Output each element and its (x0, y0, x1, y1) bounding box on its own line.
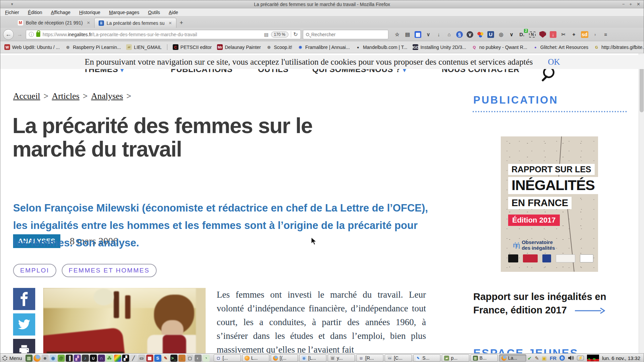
taskbar-menu-button[interactable]: Menu (2, 355, 22, 361)
tag-pill[interactable]: EMPLOI (13, 264, 56, 277)
launcher-spiral-icon[interactable]: @ (58, 355, 65, 362)
home-icon[interactable]: ⌂ (446, 31, 452, 38)
launcher-clock-icon[interactable]: ◔ (203, 355, 210, 362)
bookmark-mandelbulb[interactable]: ● Mandelbulb.com | T... (355, 44, 408, 50)
bookmark-webupd8[interactable]: W Web Upd8: Ubuntu / ... (4, 44, 60, 50)
bookmark-qwant[interactable]: Q no pubkey - Qwant R... (472, 44, 527, 50)
forward-button[interactable]: → (16, 32, 24, 38)
shield-u-icon[interactable]: U (487, 31, 494, 38)
launcher-tools-icon[interactable]: ╱ (130, 355, 137, 362)
breadcrumb-home[interactable]: Accueil (13, 91, 40, 101)
menu-item[interactable]: Fichier (5, 10, 19, 15)
launcher-package-icon[interactable]: ↓ (178, 355, 185, 362)
launcher-video-icon[interactable]: ▐ (66, 355, 73, 362)
reading-list-icon[interactable]: ▤ (404, 31, 411, 38)
launcher-filmstrip-icon[interactable]: ▞ (74, 355, 81, 362)
window-button-writer[interactable]: ▢ [... (214, 354, 241, 362)
launcher-penguin-film-icon[interactable]: ▞ (122, 355, 129, 362)
updates-ok-icon[interactable]: ✔ (528, 356, 532, 361)
tab-close-icon[interactable]: ✕ (87, 20, 90, 25)
hamburger-menu-icon[interactable]: ≡ (602, 31, 609, 38)
selection-tool-icon[interactable]: N (529, 32, 536, 38)
bookmark-lien-gmail-folder[interactable]: ▰ LIEN_GMAIL (126, 44, 167, 50)
site-nav-item[interactable]: NOUS CONTACTER (442, 69, 520, 74)
screenshot-scissors-icon[interactable]: ✂ (560, 31, 567, 38)
launcher-shell-icon[interactable]: >_ (170, 355, 177, 362)
adblock-shield-icon[interactable]: 1 (539, 31, 546, 38)
bookmark-framalibre[interactable]: ◉ Framalibre | Annuai... (298, 44, 350, 50)
launcher-headphones-icon[interactable]: ∩ (98, 355, 105, 362)
scribus-icon[interactable]: § (456, 31, 463, 38)
site-nav-item[interactable]: PUBLICATIONS (171, 69, 232, 74)
launcher-terminal-icon[interactable]: ▥ (25, 355, 33, 362)
site-nav-item[interactable]: OUTILS (258, 69, 288, 74)
brush-icon[interactable]: ✎ (535, 356, 539, 361)
menu-item[interactable]: Marque-pages (109, 10, 139, 15)
reader-mode-icon[interactable]: ▤ (264, 32, 268, 37)
launcher-unity-icon[interactable]: ∪ (90, 355, 97, 362)
launcher-firefox-icon[interactable] (34, 355, 41, 362)
launcher-colors-icon[interactable] (114, 355, 121, 362)
maximize-button[interactable]: + (630, 2, 632, 7)
menu-item[interactable]: Édition (28, 10, 42, 15)
cookie-ok-button[interactable]: OK (548, 57, 560, 67)
bluetooth-icon[interactable]: B (559, 355, 565, 361)
power-icon[interactable]: ⚡ (577, 356, 584, 360)
twitter-share-button[interactable] (13, 313, 35, 336)
disconnect-icon[interactable]: D. 2 (519, 31, 525, 38)
keyboard-layout-indicator[interactable]: FR (550, 355, 556, 361)
window-button-blue[interactable]: ◉ [L... (299, 354, 326, 362)
launcher-eye-icon[interactable]: ◉ (50, 355, 57, 362)
menu-item[interactable]: Affichage (51, 10, 70, 15)
bookmark-scoopit[interactable]: ◍ Scoop.it! (266, 44, 292, 50)
back-button[interactable]: ← (3, 29, 14, 40)
espace-jeunes-heading[interactable]: ESPACE JEUNES (473, 347, 578, 353)
search-input[interactable] (311, 32, 385, 37)
window-button-firefox2[interactable]: [(... (271, 354, 298, 362)
url-text[interactable]: https://www.inegalites.fr/La-precarite-d… (43, 32, 262, 37)
publication-caption-link[interactable]: Rapport sur les inégalités en France, éd… (473, 290, 628, 317)
window-button-pencil[interactable]: ✎ S... (413, 354, 440, 362)
tab-gmail[interactable]: M Boîte de réception (21 991) ✕ (14, 18, 94, 28)
site-nav-item[interactable]: QUI SOMMES-NOUS ? ▾ (312, 69, 406, 74)
save-session-icon[interactable]: ▦ (415, 31, 421, 38)
bookmark-unity-igd[interactable]: IGD Installing Unity 2D/3... (413, 44, 466, 50)
video-download-icon[interactable]: ↓ (550, 31, 556, 38)
site-nav-item[interactable]: THÈMES ▾ (84, 69, 124, 74)
url-bar[interactable]: i https://www.inegalites.fr/La-precarite… (26, 30, 301, 39)
color-picker-icon[interactable] (477, 32, 484, 38)
launcher-sphere-icon[interactable]: ◐ (195, 355, 202, 362)
search-bar[interactable] (303, 30, 388, 39)
menu-item[interactable]: Aide (169, 10, 178, 15)
window-button-folder[interactable]: ▰ p... (442, 354, 469, 362)
bookmark-glitchet[interactable]: ● Glitchet: Art Resources (533, 44, 588, 50)
bookmark-delaunay[interactable]: Mr Delaunay Painter (217, 44, 261, 50)
breadcrumb-analyses[interactable]: Analyses (91, 91, 123, 101)
system-monitor-graph[interactable] (587, 355, 599, 361)
chevron-down-icon[interactable]: ∨ (425, 31, 432, 38)
page-info-icon[interactable]: i (29, 32, 34, 37)
breadcrumb-articles[interactable]: Articles (52, 91, 79, 101)
zoom-level-button[interactable]: 170 % (271, 32, 288, 38)
close-button[interactable]: ✕ (637, 2, 640, 7)
sd-icon[interactable]: sd (581, 31, 588, 38)
launcher-notes-icon[interactable]: ✎ (162, 355, 169, 362)
chevron-down2-icon[interactable]: ∨ (508, 31, 515, 38)
facebook-share-button[interactable] (13, 288, 35, 310)
launcher-box-icon[interactable]: ▢ (186, 355, 194, 362)
publication-cover[interactable]: RAPPORT SUR LES INÉGALITÉS EN FRANCE Édi… (501, 136, 598, 272)
volume-icon[interactable] (568, 355, 574, 361)
window-button-terminal[interactable]: ▥ B... (471, 354, 498, 362)
window-button-doc[interactable]: ▤ [R... (356, 354, 383, 362)
bookmark-petscii[interactable]: C PETSCII editor (173, 44, 212, 50)
window-button-y[interactable]: ▤ y... (328, 354, 355, 362)
target-icon[interactable]: ⌖ (571, 31, 577, 38)
https-lock-icon[interactable] (36, 32, 40, 37)
launcher-tape-icon[interactable]: ▭ (138, 355, 145, 362)
bookmark-bitrates[interactable]: G http://bitrates.gifbite... (594, 44, 644, 50)
moon-icon[interactable]: ◗ (592, 31, 599, 38)
site-search-icon[interactable] (540, 67, 556, 85)
menu-item[interactable]: Outils (148, 10, 160, 15)
tab-article[interactable]: ii La précarité des femmes su ✕ (94, 18, 176, 28)
page-scrollbar[interactable] (639, 53, 644, 353)
